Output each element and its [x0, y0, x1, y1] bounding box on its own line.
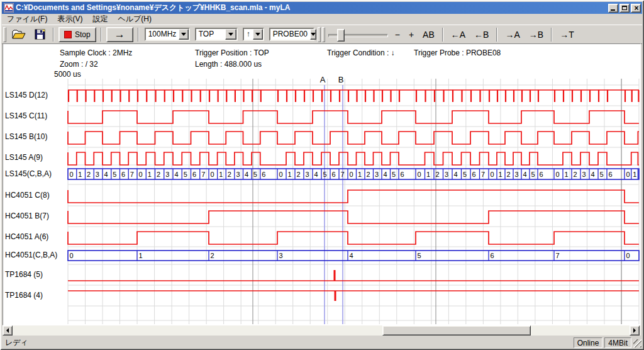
horizontal-scrollbar[interactable]	[3, 325, 641, 336]
channel-label: HC4051(C,B,A)	[5, 251, 57, 259]
channel-label: HC4051 B(7)	[5, 212, 49, 220]
bus-cell-value: 3	[375, 171, 379, 178]
bus-cell-value: 7	[556, 252, 560, 259]
bus-cell-value: 4	[384, 171, 387, 178]
bus-cell-value: 0	[491, 171, 494, 178]
bus-cell-value: 7	[341, 171, 345, 178]
channel-label: LS145 A(9)	[5, 153, 43, 162]
bus-cell-value: 0	[626, 252, 630, 259]
bus-cell-value: 6	[121, 171, 125, 178]
resize-grip[interactable]	[633, 339, 641, 347]
bus-cell-value: 0	[626, 171, 630, 178]
zoom-info: Zoom : / 32	[60, 60, 98, 69]
bus-cell-value: 0	[211, 171, 214, 178]
arrow-left-icon	[4, 328, 9, 333]
scroll-right-button[interactable]	[630, 325, 640, 336]
bus-cell-value: 0	[279, 171, 283, 178]
bus-cell-value: 3	[279, 252, 283, 259]
bus-cell-value: 2	[367, 171, 370, 178]
bus-cell-value: 7	[201, 171, 205, 178]
bus-cell-value: 2	[87, 171, 91, 178]
bus-cell-value: 5	[600, 171, 604, 178]
channel-label: TP1684 (4)	[5, 291, 43, 300]
trigger-probe-info: Trigger Probe : PROBE08	[414, 48, 501, 57]
bus-cell-value: 0	[418, 171, 421, 178]
bus-cell-value: 3	[96, 171, 99, 178]
bus-cell-value: 0	[556, 171, 560, 178]
bus-cell-value: 6	[472, 171, 476, 178]
bus-cell-value: 7	[481, 171, 485, 178]
bus-cell-value: 2	[574, 171, 577, 178]
bus-cell-value: 4	[245, 171, 248, 178]
bus-cell-value: 4	[591, 171, 595, 178]
length-info: Length : 488.000 us	[195, 60, 262, 69]
bus-cell-value: 6	[192, 171, 196, 178]
channel-label: HC4051 C(8)	[5, 191, 50, 200]
channel-label: LS145(C,B,A)	[5, 169, 52, 178]
bus-cell-value: 1	[499, 171, 502, 178]
cursor-a-label: A	[320, 75, 326, 84]
scrollbar-thumb[interactable]	[382, 325, 531, 336]
bus-cell-value: 5	[323, 171, 327, 178]
bus-cell-value: 0	[139, 171, 143, 178]
channel-ls145-a-9-	[68, 152, 639, 165]
bus-cell-value: 0	[350, 171, 353, 178]
channel-hc4051-b-7-	[68, 211, 639, 223]
bus-cell-value: 3	[445, 171, 448, 178]
channel-ls145-c-11-	[68, 111, 639, 123]
bus-cell-value: 2	[297, 171, 301, 178]
bus-cell-value: 3	[236, 171, 240, 178]
bus-cell-value: 5	[253, 171, 257, 178]
bus-cell-value: 2	[228, 171, 231, 178]
cursor-lines[interactable]: AB	[320, 75, 344, 324]
status-bar: レディ Online 4MBit	[2, 337, 642, 348]
bus-cell-value: 4	[350, 252, 353, 259]
bus-cell-value: 6	[540, 171, 543, 178]
channel-tp1684-5-	[68, 270, 639, 281]
bus-cell-value: 1	[633, 171, 636, 178]
trigger-condition-info: Trigger Condition : ↓	[327, 48, 395, 57]
channel-tp1684-4-	[68, 291, 639, 301]
bus-cell-value: 1	[426, 171, 430, 178]
channel-label: LS145 B(10)	[5, 132, 47, 141]
channel-hc4051-c-8-	[68, 190, 639, 203]
status-memory-badge: 4MBit	[604, 337, 631, 348]
channel-ls145-b-10-	[68, 132, 639, 144]
bus-cell-value: 1	[139, 252, 143, 259]
bus-cell-value: 1	[565, 171, 569, 178]
bus-cell-value: 5	[463, 171, 467, 178]
bus-cell-value: 2	[507, 171, 511, 178]
bus-cell-value: 4	[104, 171, 108, 178]
bus-cell-value: 6	[401, 171, 404, 178]
bus-cell-value: 6	[491, 252, 494, 259]
bus-cell-value: 6	[332, 171, 336, 178]
bus-cell-value: 2	[157, 171, 160, 178]
bus-cell-value: 3	[582, 171, 586, 178]
bus-cell-value: 5	[531, 171, 535, 178]
arrow-right-icon	[633, 328, 638, 333]
timebase-label: 5000 us	[54, 70, 81, 79]
channel-ls145-c-b-a-: 0123456701234567012345601234567012345601…	[68, 169, 639, 179]
channel-label: HC4051 A(6)	[5, 232, 48, 241]
bus-cell-value: 4	[454, 171, 458, 178]
bus-cell-value: 1	[219, 171, 223, 178]
bus-cell-value: 3	[306, 171, 309, 178]
channel-label: LS145 D(12)	[5, 91, 48, 99]
bus-cell-value: 3	[515, 171, 519, 178]
bus-cell-value: 5	[113, 171, 116, 178]
trigger-position-info: Trigger Position : TOP	[195, 48, 269, 57]
bus-cell-value: 4	[523, 171, 527, 178]
scroll-left-button[interactable]	[3, 325, 13, 336]
bus-cell-value: 3	[165, 171, 169, 178]
channel-label: TP1684 (5)	[5, 270, 43, 279]
status-ready-text: レディ	[2, 337, 574, 348]
bus-cell-value: 7	[130, 171, 134, 178]
bus-cell-value: 1	[148, 171, 152, 178]
status-online-badge: Online	[574, 337, 603, 348]
bus-cell-value: 5	[392, 171, 396, 178]
bus-cell-value: 2	[211, 252, 214, 259]
bus-cell-value: 4	[175, 171, 179, 178]
bus-cell-value: 1	[78, 171, 82, 178]
bus-cell-value: 0	[70, 252, 74, 259]
channel-hc4051-c-b-a-: 012345670	[68, 251, 639, 261]
